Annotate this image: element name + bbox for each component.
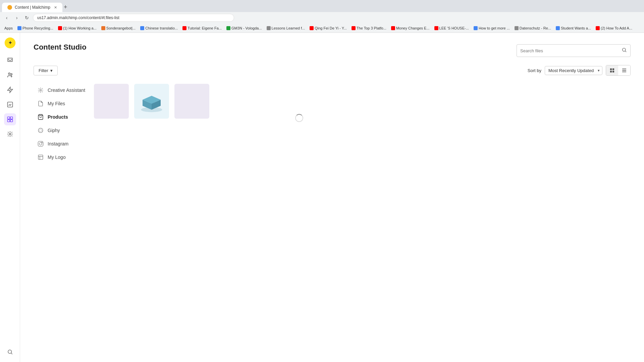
svg-text:✦: ✦ [8, 40, 12, 46]
bookmark-label: Qing Fei De Yi - Y... [315, 26, 347, 30]
bookmark-7[interactable]: Lessons Learned f... [265, 25, 307, 31]
bookmark-label: (2) How To Add A... [601, 26, 632, 30]
tab-favicon [7, 5, 12, 10]
bookmark-3[interactable]: Sonderangebot|... [100, 25, 137, 31]
loading-spinner-area [295, 114, 303, 122]
bookmark-label: Chinese translatio... [145, 26, 178, 30]
file-card[interactable] [174, 84, 209, 119]
tab-bar: Content | Mailchimp ✕ + [0, 0, 644, 12]
new-tab-button[interactable]: + [64, 4, 67, 11]
source-creative-assistant[interactable]: Creative Assistant [34, 84, 94, 97]
instagram-icon [37, 140, 44, 147]
page-title: Content Studio [34, 43, 87, 52]
forward-button[interactable]: › [13, 14, 21, 22]
bookmark-14[interactable]: Student Wants a... [554, 25, 593, 31]
bookmark-15[interactable]: (2) How To Add A... [594, 25, 634, 31]
bookmark-label: (1) How Working a... [63, 26, 97, 30]
nav-bar: ‹ › ↻ us17.admin.mailchimp.com/content/#… [0, 12, 644, 23]
bookmark-apps[interactable]: Apps [3, 25, 14, 31]
svg-point-9 [9, 133, 11, 135]
tab-close-btn[interactable]: ✕ [54, 5, 57, 10]
sidebar-item-automation[interactable] [4, 84, 16, 96]
svg-rect-13 [612, 68, 614, 70]
bookmark-icon [226, 26, 230, 30]
content-area: Creative Assistant My Files [34, 84, 631, 164]
svg-point-11 [623, 48, 626, 51]
filter-chevron-icon: ▾ [50, 68, 53, 73]
bookmark-label: Datenschutz - Re... [520, 26, 551, 30]
source-label: Giphy [48, 128, 60, 133]
bookmark-icon [434, 26, 438, 30]
giphy-icon [37, 127, 44, 134]
bookmark-icon [140, 26, 144, 30]
filter-button[interactable]: Filter ▾ [34, 66, 58, 75]
loading-spinner [295, 114, 303, 122]
sort-select[interactable]: Most Recently Updated Name Date Created … [545, 66, 602, 75]
grid-view-button[interactable] [606, 65, 618, 75]
list-view-button[interactable] [618, 65, 630, 75]
bookmark-6[interactable]: GM3N - Vologda... [225, 25, 264, 31]
source-label: My Files [48, 101, 65, 106]
filter-label: Filter [39, 68, 48, 73]
bookmark-label: The Top 3 Platfo... [357, 26, 386, 30]
svg-rect-26 [38, 155, 43, 160]
bookmark-label: GM3N - Vologda... [231, 26, 262, 30]
sort-controls: Sort by Most Recently Updated Name Date … [528, 65, 631, 76]
bookmark-9[interactable]: The Top 3 Platfo... [350, 25, 388, 31]
bookmark-10[interactable]: Money Changes E... [389, 25, 431, 31]
source-products[interactable]: Products [34, 111, 94, 123]
bookmark-icon [391, 26, 395, 30]
file-card[interactable] [94, 84, 129, 119]
bookmark-icon [556, 26, 560, 30]
bookmark-label: Sonderangebot|... [106, 26, 136, 30]
bookmark-12[interactable]: How to get more ... [472, 25, 512, 31]
bookmark-11[interactable]: LEE 'S HOUSE-... [433, 25, 471, 31]
svg-rect-5 [7, 117, 10, 119]
main-content: Content Studio Filter ▾ Sort by [20, 33, 644, 362]
search-input[interactable] [520, 48, 622, 53]
bookmark-label: Student Wants a... [561, 26, 591, 30]
left-sidebar: ✦ [0, 33, 20, 362]
sidebar-item-content[interactable] [4, 113, 16, 125]
search-button[interactable] [622, 47, 627, 54]
bookmark-13[interactable]: Datenschutz - Re... [513, 25, 553, 31]
bookmark-label: Phone Recycling... [22, 26, 53, 30]
sidebar-item-audience[interactable] [4, 69, 16, 81]
bookmark-1[interactable]: Phone Recycling... [16, 25, 55, 31]
bookmark-2[interactable]: (1) How Working a... [56, 25, 98, 31]
bookmark-4[interactable]: Chinese translatio... [139, 25, 179, 31]
reload-button[interactable]: ↻ [23, 14, 31, 22]
mailchimp-logo[interactable]: ✦ [4, 37, 16, 49]
bookmark-icon [58, 26, 62, 30]
sidebar-item-analytics[interactable] [4, 99, 16, 111]
file-card-product[interactable] [134, 84, 169, 119]
source-instagram[interactable]: Instagram [34, 137, 94, 150]
source-giphy[interactable]: Giphy [34, 124, 94, 137]
back-button[interactable]: ‹ [3, 14, 11, 22]
source-label: Creative Assistant [48, 87, 85, 93]
bookmark-apps-label: Apps [4, 26, 13, 30]
source-label: My Logo [48, 155, 66, 160]
bookmark-label: Lessons Learned f... [272, 26, 305, 30]
source-my-logo[interactable]: My Logo [34, 151, 94, 164]
search-box [517, 44, 631, 57]
bookmark-icon [310, 26, 314, 30]
url-text: us17.admin.mailchimp.com/content/#t:file… [37, 15, 119, 20]
browser-chrome: Content | Mailchimp ✕ + ‹ › ↻ us17.admin… [0, 0, 644, 23]
url-bar[interactable]: us17.admin.mailchimp.com/content/#t:file… [33, 14, 234, 22]
tab-title: Content | Mailchimp [15, 5, 50, 10]
bookmark-5[interactable]: Tutorial: Eigene Fa... [181, 25, 223, 31]
bookmark-label: Tutorial: Eigene Fa... [187, 26, 222, 30]
sidebar-item-search[interactable] [4, 346, 16, 358]
svg-point-19 [40, 89, 42, 91]
sort-select-wrap: Most Recently Updated Name Date Created … [545, 66, 602, 75]
bookmark-icon [267, 26, 271, 30]
svg-point-21 [38, 128, 43, 133]
sidebar-item-integrations[interactable] [4, 128, 16, 140]
source-my-files[interactable]: My Files [34, 97, 94, 110]
active-tab[interactable]: Content | Mailchimp ✕ [2, 3, 62, 12]
bookmark-8[interactable]: Qing Fei De Yi - Y... [308, 25, 348, 31]
sidebar-item-campaigns[interactable] [4, 54, 16, 66]
bookmark-icon [17, 26, 21, 30]
svg-point-24 [39, 142, 42, 145]
